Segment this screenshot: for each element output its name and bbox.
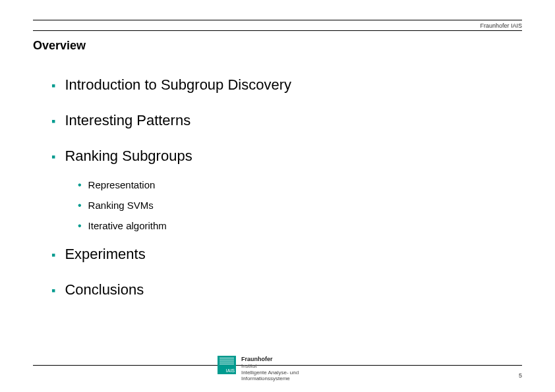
iais-logo-icon: IAIS <box>218 356 236 374</box>
list-item: ▪ Experiments <box>51 246 522 263</box>
list-item-label: Interesting Patterns <box>65 112 190 129</box>
list-item-label: Ranking Subgroups <box>65 148 192 165</box>
logo-label: IAIS <box>226 368 235 373</box>
square-bullet-icon: ▪ <box>51 115 55 127</box>
org-dept-line: Informationssysteme <box>241 376 290 381</box>
header-underline <box>33 30 522 31</box>
sub-list-item: • Representation <box>78 179 522 190</box>
sub-list-item: • Iterative algorithm <box>78 220 522 231</box>
list-item: ▪ Ranking Subgroups <box>51 148 522 165</box>
page-title: Overview <box>33 39 522 53</box>
list-item: ▪ Interesting Patterns <box>51 112 522 129</box>
dot-bullet-icon: • <box>78 200 82 211</box>
square-bullet-icon: ▪ <box>51 249 55 261</box>
dot-bullet-icon: • <box>78 221 82 231</box>
dot-bullet-icon: • <box>78 180 82 190</box>
list-item-label: Introduction to Subgroup Discovery <box>65 76 291 94</box>
content-list: ▪ Introduction to Subgroup Discovery ▪ I… <box>33 76 522 298</box>
square-bullet-icon: ▪ <box>51 80 55 92</box>
page-number: 5 <box>519 372 522 379</box>
list-item: ▪ Introduction to Subgroup Discovery <box>51 76 522 94</box>
slide: Fraunhofer IAIS Overview ▪ Introduction … <box>0 0 555 392</box>
org-dept-line: Institut <box>241 363 257 369</box>
header-brand: Fraunhofer IAIS <box>33 20 522 30</box>
sub-list: • Representation • Ranking SVMs • Iterat… <box>51 179 522 231</box>
list-item-label: Conclusions <box>65 281 144 298</box>
org-name: Fraunhofer <box>241 356 273 362</box>
list-item: ▪ Conclusions <box>51 281 522 298</box>
sub-list-item-label: Representation <box>88 179 156 190</box>
sub-list-item-label: Ranking SVMs <box>88 200 154 211</box>
sub-list-item-label: Iterative algorithm <box>88 220 167 231</box>
org-dept-line: Intelligente Analyse- und <box>241 370 299 376</box>
footer-logo-block: IAIS Fraunhofer Institut Intelligente An… <box>218 356 299 382</box>
list-item-label: Experiments <box>65 246 145 263</box>
footer-org-text: Fraunhofer Institut Intelligente Analyse… <box>241 356 299 382</box>
square-bullet-icon: ▪ <box>51 151 55 163</box>
square-bullet-icon: ▪ <box>51 285 55 296</box>
sub-list-item: • Ranking SVMs <box>78 200 522 211</box>
